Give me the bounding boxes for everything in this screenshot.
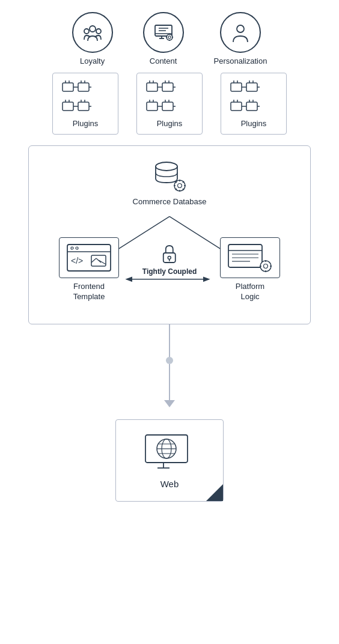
connector-line (169, 324, 170, 360)
plugins-loyalty-icons (61, 79, 109, 115)
plugins-personalization-label: Plugins (241, 119, 267, 128)
svg-rect-65 (246, 102, 257, 111)
platform-logic-node: PlatformLogic (220, 237, 280, 302)
svg-rect-16 (63, 83, 73, 91)
frontend-label: FrontendTemplate (73, 282, 105, 302)
svg-rect-20 (78, 83, 89, 91)
svg-point-101 (260, 261, 271, 272)
top-icons-row: Loyalty (72, 12, 267, 65)
plugins-content-box: Plugins (136, 73, 203, 135)
outer-box: Commerce Database (28, 145, 311, 324)
connector-arrow (164, 400, 175, 407)
svg-line-90 (91, 258, 96, 263)
svg-point-87 (76, 247, 78, 249)
svg-point-70 (156, 162, 177, 171)
svg-point-1 (84, 29, 89, 34)
svg-rect-25 (63, 102, 73, 111)
svg-rect-96 (228, 245, 262, 267)
svg-point-0 (90, 26, 96, 32)
web-icon (142, 432, 197, 474)
loyalty-label: Loyalty (80, 56, 105, 65)
plugins-loyalty-label: Plugins (73, 119, 99, 128)
diagram: Loyalty (13, 12, 326, 502)
svg-text:</>: </> (71, 256, 83, 266)
loyalty-icon (72, 12, 113, 53)
connector-dot (166, 357, 173, 364)
svg-line-92 (99, 260, 106, 264)
plugins-content-icons (145, 79, 194, 115)
plugins-content-label: Plugins (157, 119, 183, 128)
content-icon (143, 12, 184, 53)
frontend-icon-box: </> (59, 237, 119, 278)
coupling-area: </> FrontendTemplate (41, 213, 298, 309)
lock-icon (160, 243, 179, 265)
svg-point-9 (166, 34, 173, 40)
frontend-template-node: </> FrontendTemplate (59, 237, 119, 302)
connector-area (13, 324, 326, 407)
content-label: Content (150, 56, 177, 65)
svg-rect-34 (147, 83, 157, 91)
plugins-loyalty-box: Plugins (52, 73, 118, 135)
svg-rect-61 (231, 102, 242, 111)
svg-rect-52 (231, 83, 242, 91)
svg-rect-56 (246, 83, 257, 91)
tightly-coupled-area: Tightly Coupled (142, 243, 197, 277)
svg-point-94 (168, 257, 171, 260)
web-box: Web (115, 419, 224, 502)
personalization-label: Personalization (214, 56, 267, 65)
personalization-icon-item: Personalization (214, 12, 267, 65)
svg-rect-29 (78, 102, 89, 111)
svg-rect-38 (162, 83, 173, 91)
svg-point-2 (96, 29, 101, 34)
connector-line-2 (169, 364, 170, 400)
svg-point-15 (237, 25, 244, 32)
svg-rect-43 (147, 102, 157, 111)
platform-icon-box (220, 237, 280, 278)
tightly-coupled-label: Tightly Coupled (142, 267, 197, 277)
content-icon-item: Content (143, 12, 184, 65)
plugins-personalization-icons (230, 79, 278, 115)
plugins-personalization-box: Plugins (221, 73, 287, 135)
personalization-icon (220, 12, 261, 53)
platform-label: PlatformLogic (236, 282, 264, 302)
commerce-database: Commerce Database (133, 158, 207, 207)
commerce-db-label: Commerce Database (133, 196, 207, 207)
loyalty-icon-item: Loyalty (72, 12, 113, 65)
web-label: Web (160, 479, 179, 489)
svg-point-86 (71, 247, 73, 249)
plugins-row: Plugins (52, 73, 287, 135)
svg-rect-47 (162, 102, 173, 111)
